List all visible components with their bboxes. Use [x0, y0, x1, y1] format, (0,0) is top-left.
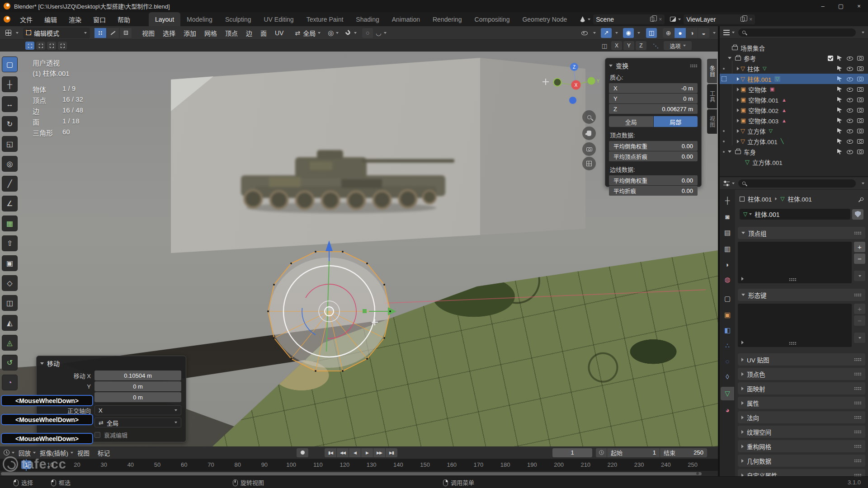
outliner-editor-icon[interactable]: [723, 30, 730, 35]
vertex-groups-panel-header[interactable]: 顶点组: [738, 227, 865, 239]
filter-icon[interactable]: [862, 32, 864, 33]
selectable-pointer-icon[interactable]: [837, 56, 842, 61]
tab-modeling[interactable]: Modeling: [180, 12, 219, 26]
properties-tab-tool[interactable]: ┼: [721, 193, 734, 207]
render-visibility-camera-icon[interactable]: [857, 87, 863, 92]
add-shape-key-button[interactable]: +: [854, 304, 865, 314]
select-mode-subtract-button[interactable]: [47, 42, 56, 50]
list-filter-icon[interactable]: [741, 341, 744, 344]
global-button[interactable]: 全局: [609, 116, 653, 127]
properties-tab-render[interactable]: ◙: [721, 210, 734, 223]
tab-layout[interactable]: Layout: [149, 12, 180, 26]
menu-marker[interactable]: 标记: [94, 448, 114, 457]
menu-playback[interactable]: 回放: [14, 448, 35, 457]
jump-to-start-button[interactable]: ▮◀: [325, 448, 336, 457]
tool-poly-build-button[interactable]: ◬: [2, 335, 17, 350]
collapse-icon[interactable]: [40, 362, 44, 365]
properties-tab-particles[interactable]: ∴: [721, 339, 734, 352]
shape-key-specials-button[interactable]: [854, 333, 865, 343]
selectable-pointer-icon[interactable]: [837, 66, 842, 71]
render-visibility-camera-icon[interactable]: [857, 118, 863, 123]
shading-wireframe-button[interactable]: ⊕: [663, 28, 674, 38]
median-y-field[interactable]: Y0 m: [609, 94, 698, 103]
camera-view-button[interactable]: [582, 142, 596, 156]
expand-icon[interactable]: [737, 129, 739, 133]
xray-toggle[interactable]: ◫: [646, 28, 657, 38]
render-visibility-camera-icon[interactable]: [857, 56, 863, 61]
tool-knife-button[interactable]: ◭: [2, 315, 17, 330]
edge-select-button[interactable]: [107, 28, 119, 38]
tool-inset-faces-button[interactable]: ▣: [2, 256, 17, 271]
frame-end-field[interactable]: 结束250: [660, 448, 707, 457]
tab-shading[interactable]: Shading: [349, 12, 385, 26]
orientation-select[interactable]: ⇄全局: [94, 418, 181, 427]
unlink-scene-icon[interactable]: ×: [659, 16, 662, 23]
datablock-name-field[interactable]: ▽ 柱体.001: [740, 209, 850, 220]
expand-icon[interactable]: [737, 140, 739, 143]
mean-vertex-crease-field[interactable]: 平均顶点折痕0.00: [609, 151, 698, 161]
timeline-ruler[interactable]: 1102030405060708090100110120130140150160…: [0, 459, 718, 471]
render-visibility-camera-icon[interactable]: [857, 98, 863, 102]
menu-select[interactable]: 选择: [159, 28, 179, 38]
normals-panel-header[interactable]: 法向: [738, 411, 865, 423]
vertex-select-button[interactable]: [94, 28, 106, 38]
properties-editor-icon[interactable]: [723, 181, 730, 186]
outliner-row-cube[interactable]: ▽立方体▽: [720, 126, 868, 136]
render-visibility-camera-icon[interactable]: [857, 108, 863, 113]
scrollbar-handle[interactable]: [1, 472, 702, 475]
tool-tweak-select-button[interactable]: ▢: [2, 57, 17, 72]
options-dropdown[interactable]: 选项: [664, 41, 692, 50]
properties-tab-object-data[interactable]: ▽: [721, 387, 734, 400]
menu-view-timeline[interactable]: 视图: [73, 448, 94, 457]
remove-vertex-group-button[interactable]: −: [854, 253, 865, 264]
maximize-button[interactable]: ▢: [832, 0, 850, 12]
expand-icon[interactable]: [728, 57, 731, 59]
tool-scale-button[interactable]: ◱: [2, 136, 17, 151]
tool-extrude-button[interactable]: ⇧: [2, 236, 17, 251]
orient-axis-select[interactable]: X: [94, 405, 181, 415]
mirror-y-button[interactable]: Y: [623, 41, 634, 50]
render-visibility-camera-icon[interactable]: [857, 139, 863, 144]
tool-rotate-button[interactable]: ↻: [2, 117, 17, 131]
tab-animation[interactable]: Animation: [386, 12, 426, 26]
tab-texture-paint[interactable]: Texture Paint: [300, 12, 350, 26]
menu-face[interactable]: 面: [256, 28, 271, 38]
move-y-field[interactable]: 0 m: [94, 381, 181, 391]
pin-icon[interactable]: [860, 197, 864, 201]
menu-uv[interactable]: UV: [271, 29, 288, 37]
properties-tab-physics[interactable]: ◌: [721, 354, 734, 368]
tool-annotate-button[interactable]: ╱: [2, 176, 17, 191]
expand-icon[interactable]: [728, 150, 731, 153]
timeline-scrollbar[interactable]: [0, 471, 718, 476]
local-button[interactable]: 局部: [654, 116, 698, 127]
menu-render[interactable]: 渲染: [63, 12, 87, 26]
tab-compositing[interactable]: Compositing: [468, 12, 516, 26]
blender-menu-icon[interactable]: [4, 16, 10, 23]
expand-icon[interactable]: [737, 98, 739, 102]
play-reverse-button[interactable]: ◀: [349, 448, 361, 457]
properties-tab-collection[interactable]: ▢: [721, 292, 734, 305]
select-mode-intersect-button[interactable]: [58, 42, 67, 50]
expand-icon[interactable]: [737, 88, 739, 91]
tab-sculpting[interactable]: Sculpting: [219, 12, 258, 26]
zoom-button[interactable]: [582, 110, 596, 124]
pivot-point-dropdown[interactable]: ◎: [328, 29, 339, 37]
hide-eye-icon[interactable]: [846, 97, 853, 103]
frame-start-field[interactable]: 起始1: [607, 448, 660, 457]
properties-tab-modifiers[interactable]: ◧: [721, 324, 734, 337]
face-maps-panel-header[interactable]: 面映射: [738, 382, 865, 394]
selectable-pointer-icon[interactable]: [837, 87, 842, 92]
minimize-button[interactable]: –: [814, 0, 832, 12]
navigation-gizmo[interactable]: Z X Y: [540, 59, 608, 111]
menu-window[interactable]: 窗口: [87, 12, 112, 26]
pan-button[interactable]: [582, 127, 596, 140]
mode-dropdown[interactable]: 编辑模式: [23, 28, 90, 38]
object-visibility-button[interactable]: [579, 28, 590, 38]
tool-transform-button[interactable]: ◎: [2, 156, 17, 171]
properties-tab-scene[interactable]: ◗: [721, 258, 734, 271]
gizmos-toggle[interactable]: ↗: [601, 28, 612, 38]
outliner-row-cylinder[interactable]: ▽柱体▽: [720, 63, 868, 74]
expand-icon[interactable]: [737, 119, 739, 122]
render-visibility-camera-icon[interactable]: [857, 150, 863, 154]
expand-icon[interactable]: [737, 108, 739, 112]
